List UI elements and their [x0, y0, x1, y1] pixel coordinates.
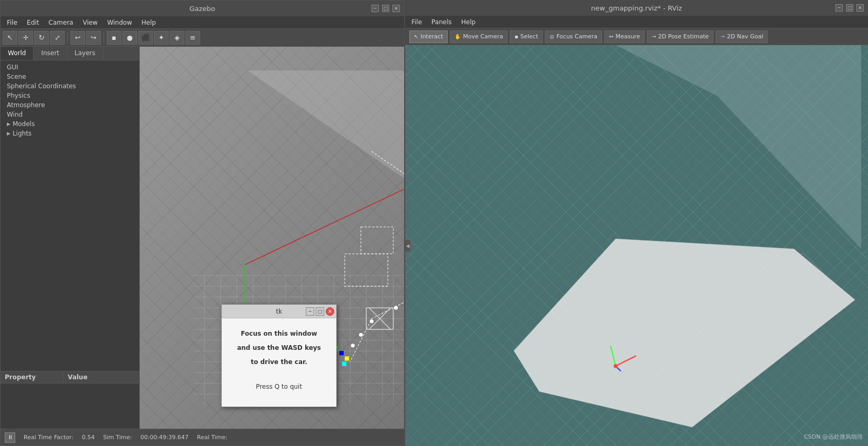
rviz-watermark: CSDN @远处微风细排 — [804, 433, 863, 441]
tk-close-btn[interactable]: ✕ — [326, 307, 334, 316]
gazebo-left-panel: World Insert Layers GUI Scene Spherical … — [1, 47, 140, 429]
move-tool-btn[interactable]: ✛ — [18, 31, 33, 45]
tk-line1: Focus on this window — [230, 329, 328, 339]
gazebo-menu-window[interactable]: Window — [105, 18, 134, 27]
svg-rect-28 — [361, 227, 394, 254]
svg-point-45 — [351, 344, 354, 347]
value-col-header: Value — [64, 371, 92, 383]
redo-btn[interactable]: ↪ — [86, 31, 101, 45]
nav-goal-icon: → — [720, 34, 725, 39]
rviz-menu-file[interactable]: File — [409, 17, 424, 27]
focus-camera-icon: ◎ — [550, 34, 554, 39]
viewport-canvas: tk ─ □ ✕ Focus on this window and use th… — [140, 47, 404, 429]
measure-btn[interactable]: ↔ Measure — [604, 30, 645, 43]
rviz-menu-panels[interactable]: Panels — [429, 17, 454, 27]
gazebo-window: Gazebo ─ □ ✕ File Edit Camera View Windo… — [0, 0, 405, 446]
tree-item-physics-label: Physics — [7, 92, 30, 99]
interact-btn[interactable]: ↖ Interact — [409, 30, 448, 43]
rviz-menu-help[interactable]: Help — [459, 17, 478, 27]
gazebo-menu-view[interactable]: View — [80, 18, 99, 27]
rviz-minimize-btn[interactable]: ─ — [835, 4, 843, 12]
gazebo-viewport[interactable]: tk ─ □ ✕ Focus on this window and use th… — [140, 47, 404, 429]
pose-estimate-icon: → — [652, 34, 656, 39]
pose-estimate-btn[interactable]: → 2D Pose Estimate — [647, 30, 714, 43]
rviz-toolbar: ↖ Interact ✋ Move Camera ▪ Select ◎ Focu… — [405, 28, 868, 45]
select-btn[interactable]: ▪ Select — [510, 30, 543, 43]
sphere-btn[interactable]: ● — [122, 31, 137, 45]
tree-item-models-label: Models — [13, 120, 35, 128]
measure-icon: ↔ — [609, 34, 613, 39]
models-arrow-icon: ▶ — [7, 121, 11, 127]
world-tree: GUI Scene Spherical Coordinates Physics … — [1, 60, 139, 371]
focus-camera-btn[interactable]: ◎ Focus Camera — [545, 30, 602, 43]
light-btn[interactable]: ✦ — [154, 31, 169, 45]
gazebo-statusbar: ⏸ Real Time Factor: 0.54 Sim Time: 00:00… — [1, 429, 404, 445]
gazebo-titlebar: Gazebo ─ □ ✕ — [1, 1, 404, 16]
toolbar-sep-2 — [104, 33, 104, 43]
rviz-maximize-btn[interactable]: □ — [846, 4, 853, 12]
tk-controls: ─ □ ✕ — [306, 307, 334, 316]
rviz-title: new_gmapping.rviz* - RViz — [591, 4, 682, 12]
scale-tool-btn[interactable]: ⤢ — [50, 31, 65, 45]
svg-point-52 — [614, 364, 618, 368]
interact-label: Interact — [420, 33, 443, 40]
undo-btn[interactable]: ↩ — [70, 31, 85, 45]
tree-item-lights[interactable]: ▶ Lights — [1, 129, 139, 138]
gazebo-menu-edit[interactable]: Edit — [25, 18, 41, 27]
realtime-factor-label: Real Time Factor: — [24, 434, 74, 441]
tree-item-gui[interactable]: GUI — [1, 63, 139, 72]
select-label: Select — [520, 33, 538, 40]
rviz-close-btn[interactable]: ✕ — [856, 4, 864, 12]
pose-estimate-label: 2D Pose Estimate — [658, 33, 709, 40]
gazebo-minimize-btn[interactable]: ─ — [371, 5, 379, 12]
gazebo-title: Gazebo — [189, 5, 215, 13]
realtime-label: Real Time: — [197, 434, 228, 441]
select-tool-btn[interactable]: ↖ — [3, 31, 17, 45]
terrain-btn[interactable]: ◈ — [170, 31, 184, 45]
rviz-viewport[interactable]: ◀ — [405, 45, 868, 446]
nav-goal-btn[interactable]: → 2D Nav Goal — [716, 30, 768, 43]
interact-icon: ↖ — [414, 34, 418, 39]
tk-maximize-btn[interactable]: □ — [316, 307, 324, 316]
svg-marker-47 — [514, 238, 855, 427]
rviz-collapse-arrow[interactable]: ◀ — [405, 240, 411, 252]
property-col-header: Property — [1, 371, 64, 383]
tk-titlebar: tk ─ □ ✕ — [222, 305, 336, 318]
tab-layers[interactable]: Layers — [67, 47, 104, 60]
tree-item-scene[interactable]: Scene — [1, 72, 139, 81]
pause-button[interactable]: ⏸ — [5, 432, 15, 443]
tk-content: Focus on this window and use the WASD ke… — [222, 318, 336, 407]
sim-time-value: 00:00:49:39.647 — [140, 434, 189, 441]
svg-marker-0 — [247, 70, 404, 178]
tree-item-wind-label: Wind — [7, 111, 23, 118]
gazebo-menu-file[interactable]: File — [5, 18, 19, 27]
gazebo-menu-camera[interactable]: Camera — [46, 18, 75, 27]
box-btn[interactable]: ▪ — [107, 31, 121, 45]
tk-line2: and use the WASD keys — [230, 343, 328, 353]
tk-title: tk — [276, 308, 282, 315]
tree-item-spherical[interactable]: Spherical Coordinates — [1, 81, 139, 91]
extra-btn[interactable]: ≡ — [185, 31, 200, 45]
tab-world[interactable]: World — [1, 47, 34, 60]
tree-item-wind[interactable]: Wind — [1, 110, 139, 119]
tree-item-models[interactable]: ▶ Models — [1, 119, 139, 129]
tab-insert[interactable]: Insert — [34, 47, 67, 60]
rviz-window: new_gmapping.rviz* - RViz ─ □ ✕ File Pan… — [405, 0, 868, 446]
svg-rect-38 — [342, 362, 346, 366]
svg-marker-46 — [616, 45, 861, 249]
tk-line4: Press Q to quit — [230, 382, 328, 392]
gazebo-body: World Insert Layers GUI Scene Spherical … — [1, 47, 404, 429]
tree-item-physics[interactable]: Physics — [1, 91, 139, 100]
rotate-tool-btn[interactable]: ↻ — [34, 31, 49, 45]
gazebo-menubar: File Edit Camera View Window Help — [1, 16, 404, 29]
tree-item-scene-label: Scene — [7, 73, 26, 80]
gazebo-close-btn[interactable]: ✕ — [392, 5, 400, 12]
move-camera-icon: ✋ — [454, 34, 461, 39]
tree-item-atmosphere[interactable]: Atmosphere — [1, 100, 139, 110]
gazebo-menu-help[interactable]: Help — [139, 18, 158, 27]
tk-minimize-btn[interactable]: ─ — [306, 307, 314, 316]
cylinder-btn[interactable]: ⬛ — [138, 31, 153, 45]
gazebo-maximize-btn[interactable]: □ — [382, 5, 389, 12]
move-camera-btn[interactable]: ✋ Move Camera — [450, 30, 508, 43]
gazebo-window-controls: ─ □ ✕ — [371, 5, 400, 12]
